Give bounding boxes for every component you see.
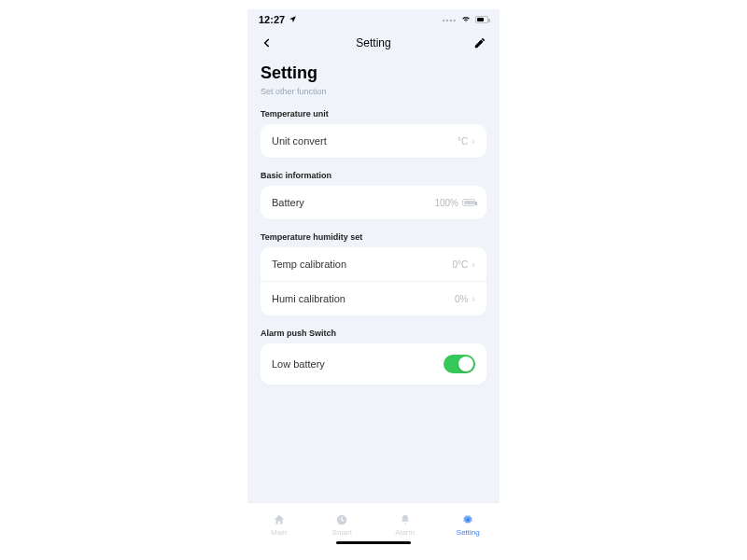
card-temp-unit: Unit convert °C › — [261, 124, 486, 158]
page-title: Setting — [261, 63, 486, 83]
battery-level-icon — [462, 199, 475, 206]
row-humi-calibration[interactable]: Humi calibration 0% › — [261, 281, 486, 315]
content: Setting Set other function Temperature u… — [247, 63, 500, 385]
tab-setting[interactable]: Setting — [437, 503, 500, 547]
row-label: Humi calibration — [272, 293, 345, 304]
tab-main[interactable]: Main — [247, 503, 311, 547]
low-battery-toggle[interactable] — [444, 355, 475, 373]
nav-title: Setting — [356, 36, 390, 49]
gear-icon — [461, 513, 474, 526]
section-basic-label: Basic information — [261, 171, 486, 180]
section-temp-unit-label: Temperature unit — [261, 109, 486, 119]
row-label: Low battery — [272, 358, 325, 370]
bell-icon — [399, 513, 412, 526]
row-temp-calibration[interactable]: Temp calibration 0°C › — [261, 247, 486, 281]
page-subtitle: Set other function — [261, 87, 486, 96]
clock-icon — [335, 513, 348, 526]
battery-icon — [475, 16, 488, 23]
row-low-battery: Low battery — [261, 343, 486, 385]
status-time: 12:27 — [259, 14, 285, 25]
row-label: Temp calibration — [272, 259, 346, 270]
chevron-right-icon: › — [472, 259, 475, 270]
tab-label: Main — [271, 528, 287, 537]
row-label: Battery — [272, 197, 304, 208]
card-alarm: Low battery — [261, 343, 486, 385]
chevron-right-icon: › — [472, 135, 475, 147]
nav-bar: Setting — [247, 30, 500, 56]
tab-label: Smart — [332, 528, 352, 537]
status-bar: 12:27 •••• — [247, 9, 500, 30]
cell-signal-icon: •••• — [443, 16, 457, 24]
section-temphum-label: Temperature humidity set — [261, 232, 486, 242]
row-value: 0°C — [453, 259, 469, 270]
tab-alarm[interactable]: Alarm — [374, 503, 437, 547]
row-value: 0% — [455, 294, 468, 304]
row-value: °C — [458, 136, 468, 147]
section-alarm-label: Alarm push Switch — [261, 329, 486, 338]
edit-button[interactable] — [473, 36, 486, 49]
row-value: 100% — [434, 198, 458, 208]
location-icon — [289, 14, 297, 25]
tab-label: Setting — [457, 528, 480, 537]
home-indicator[interactable] — [336, 541, 411, 544]
card-basic: Battery 100% — [261, 186, 486, 219]
row-label: Unit convert — [272, 135, 327, 147]
home-icon — [273, 513, 286, 526]
row-unit-convert[interactable]: Unit convert °C › — [261, 124, 486, 158]
tab-bar: Main Smart Alarm Setting — [247, 502, 500, 547]
wifi-icon — [460, 14, 472, 25]
tab-label: Alarm — [395, 528, 415, 537]
chevron-right-icon: › — [472, 293, 475, 304]
phone-frame: 12:27 •••• Setting Setting Set other fun… — [247, 9, 500, 547]
back-button[interactable] — [261, 36, 274, 49]
row-battery[interactable]: Battery 100% — [261, 186, 486, 219]
card-temphum: Temp calibration 0°C › Humi calibration … — [261, 247, 486, 315]
tab-smart[interactable]: Smart — [311, 503, 374, 547]
